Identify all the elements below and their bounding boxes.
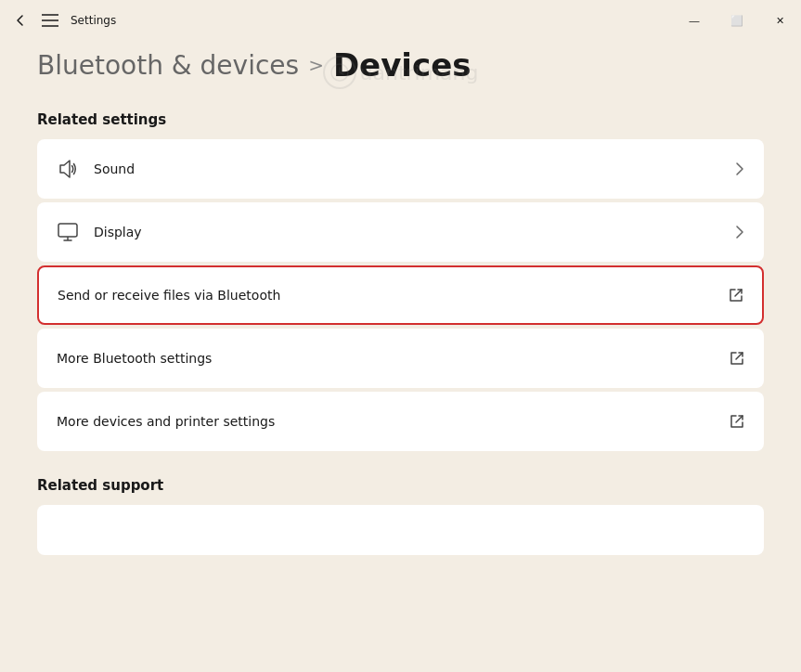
hamburger-icon[interactable] [41, 11, 59, 30]
breadcrumb-parent[interactable]: Bluetooth & devices [37, 50, 299, 81]
more-bluetooth-left: More Bluetooth settings [57, 351, 212, 366]
more-bluetooth-card[interactable]: More Bluetooth settings [37, 329, 764, 388]
send-receive-bluetooth-card[interactable]: Send or receive files via Bluetooth [37, 265, 764, 325]
send-receive-external-icon [729, 288, 743, 303]
window-title: Settings [71, 14, 116, 27]
settings-list: Sound [37, 139, 764, 451]
svg-line-9 [736, 353, 743, 359]
sound-card-left: Sound [57, 158, 135, 180]
display-card-left: Display [57, 221, 142, 243]
back-icon[interactable] [11, 11, 30, 30]
more-devices-left: More devices and printer settings [57, 414, 275, 429]
sound-chevron [735, 162, 744, 176]
display-setting-card[interactable]: Display [37, 202, 764, 262]
display-chevron [735, 225, 744, 239]
svg-line-8 [735, 290, 742, 296]
svg-rect-5 [58, 224, 77, 237]
settings-window: Settings — ⬜ ✕ Bluetooth & devices > Dev… [0, 0, 801, 672]
support-card-1[interactable] [37, 505, 764, 555]
breadcrumb-separator: > [308, 54, 324, 76]
page-header: Bluetooth & devices > Devices [37, 46, 764, 84]
more-devices-external-icon [730, 414, 744, 429]
svg-marker-4 [60, 161, 70, 177]
page-title: Devices [333, 46, 472, 84]
more-devices-printers-card[interactable]: More devices and printer settings [37, 392, 764, 451]
title-bar-left: Settings [0, 11, 116, 30]
display-icon [57, 221, 79, 243]
title-bar-controls: — ⬜ ✕ [673, 6, 801, 35]
display-label: Display [94, 225, 142, 239]
sound-setting-card[interactable]: Sound [37, 139, 764, 199]
more-devices-printers-label: More devices and printer settings [57, 414, 275, 429]
content-area: Bluetooth & devices > Devices uantrimang… [0, 37, 801, 672]
sound-icon [57, 158, 79, 180]
related-settings-heading: Related settings [37, 111, 764, 128]
send-receive-left: Send or receive files via Bluetooth [58, 288, 280, 303]
sound-label: Sound [94, 162, 135, 176]
svg-line-10 [736, 416, 743, 422]
more-bluetooth-external-icon [730, 351, 744, 366]
more-bluetooth-label: More Bluetooth settings [57, 351, 212, 366]
title-bar: Settings — ⬜ ✕ [0, 0, 801, 37]
maximize-button[interactable]: ⬜ [716, 6, 758, 35]
related-support-heading: Related support [37, 477, 764, 494]
support-list [37, 505, 764, 555]
close-button[interactable]: ✕ [758, 6, 801, 35]
send-receive-bluetooth-label: Send or receive files via Bluetooth [58, 288, 280, 303]
minimize-button[interactable]: — [673, 6, 716, 35]
